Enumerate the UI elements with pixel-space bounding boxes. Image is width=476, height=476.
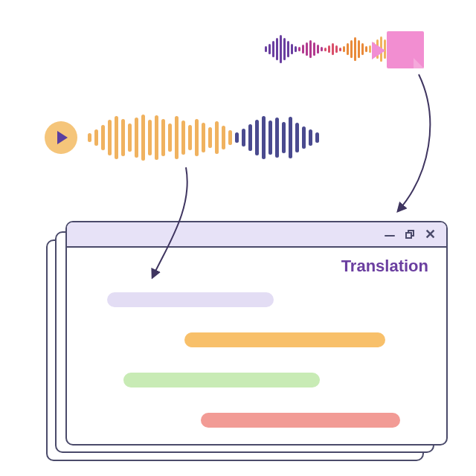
window-body: Translation	[67, 248, 446, 274]
waveform-large	[88, 110, 319, 165]
translation-window: ✕ Translation	[65, 221, 448, 446]
maximize-button[interactable]	[405, 230, 414, 239]
play-button[interactable]	[45, 121, 77, 154]
window-label: Translation	[341, 257, 428, 276]
text-line-1	[107, 292, 274, 307]
text-line-4	[201, 413, 400, 428]
text-line-2	[184, 332, 385, 347]
diagram-stage: ✕ Translation	[0, 0, 476, 476]
window-titlebar: ✕	[67, 222, 446, 248]
minimize-button[interactable]	[385, 233, 395, 237]
sticky-note-icon	[387, 31, 424, 68]
close-button[interactable]: ✕	[425, 228, 436, 241]
text-line-3	[123, 373, 320, 387]
mini-play-icon	[372, 42, 385, 60]
